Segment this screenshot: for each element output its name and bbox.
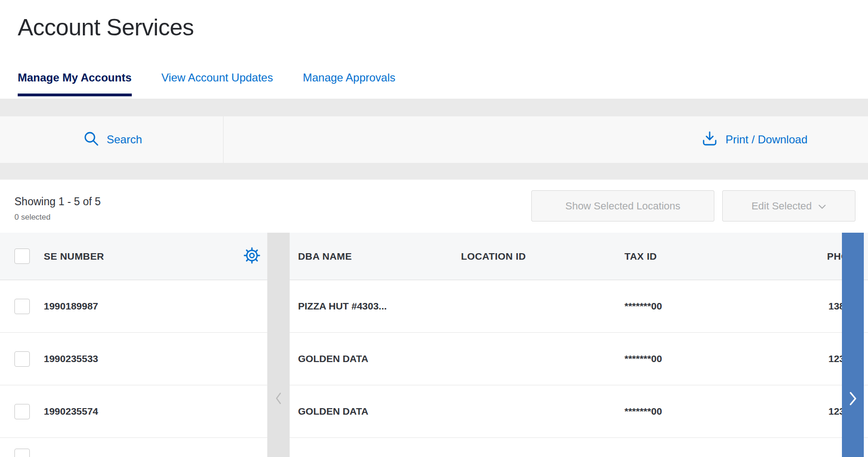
row-checkbox[interactable] [14,299,30,314]
column-header-se-number: SE NUMBER [44,251,104,262]
divider-band-top [0,99,868,116]
cell-se-number: 1990235574 [44,406,98,417]
table-row: GOLDEN DATA *******00 123 [290,333,868,385]
chevron-right-icon [849,391,857,408]
tab-manage-approvals[interactable]: Manage Approvals [303,71,395,96]
row-checkbox[interactable] [14,351,30,367]
column-header-location-id: LOCATION ID [461,251,526,262]
gear-icon [243,246,261,267]
edit-selected-button[interactable]: Edit Selected [722,190,855,222]
select-all-checkbox[interactable] [14,249,30,264]
search-label: Search [107,133,142,146]
tab-bar: Manage My Accounts View Account Updates … [0,58,868,96]
print-download-button[interactable]: Print / Download [701,116,868,163]
cell-tax-id: *******00 [624,406,662,417]
chevron-left-icon [275,392,282,407]
showing-count: Showing 1 - 5 of 5 [14,195,101,208]
action-buttons: Show Selected Locations Edit Selected [531,190,855,222]
column-settings-button[interactable] [243,246,261,267]
column-header-dba-name: DBA NAME [298,251,352,262]
row-checkbox[interactable] [14,404,30,419]
column-header-tax-id: TAX ID [624,251,657,262]
table-header-scroll: DBA NAME LOCATION ID TAX ID PHONE [290,233,868,280]
tab-view-account-updates[interactable]: View Account Updates [162,71,273,96]
search-icon [83,130,100,149]
scroll-right-strip [842,233,864,457]
page-title: Account Services [18,14,868,41]
cell-se-number: 1990235533 [44,353,98,364]
table-row: PIZZA HUT #4303... *******00 138 [290,280,868,333]
cell-tax-id: *******00 [624,353,662,364]
table-row: GOLDEN DATA *******00 123 [290,385,868,438]
table-row-partial [0,449,267,457]
account-services-page: Account Services Manage My Accounts View… [0,0,868,457]
frozen-column: SE NUMBER [0,233,267,457]
frozen-column-header: SE NUMBER [0,233,267,280]
show-selected-locations-label: Show Selected Locations [565,200,680,212]
search-button[interactable]: Search [0,116,224,163]
page-header: Account Services [0,0,868,58]
divider-band-bottom [0,163,868,180]
chevron-down-icon [818,200,826,212]
table-row: 1990189987 [0,280,267,333]
cell-tax-id: *******00 [624,301,662,312]
print-download-label: Print / Download [726,133,807,146]
cell-dba-name: GOLDEN DATA [298,353,368,364]
scroll-right-button[interactable] [849,391,857,408]
selected-count: 0 selected [14,213,101,222]
frozen-column-gutter [267,233,290,457]
cell-se-number: 1990189987 [44,301,98,312]
row-checkbox[interactable] [14,449,30,457]
download-icon [701,130,719,149]
content-area: Showing 1 - 5 of 5 0 selected Show Selec… [0,180,868,457]
cell-dba-name: GOLDEN DATA [298,406,368,417]
scroll-left-button[interactable] [275,392,282,407]
table-row: 1990235574 [0,385,267,438]
results-summary: Showing 1 - 5 of 5 0 selected [14,195,101,222]
cell-dba-name: PIZZA HUT #4303... [298,301,387,312]
tab-manage-my-accounts[interactable]: Manage My Accounts [18,71,132,96]
edit-selected-label: Edit Selected [752,200,812,212]
scrollable-columns: DBA NAME LOCATION ID TAX ID PHONE PIZZA … [290,233,868,457]
toolbar: Search Print / Download [0,116,868,163]
table-row: 1990235533 [0,333,267,385]
show-selected-locations-button[interactable]: Show Selected Locations [531,190,714,222]
accounts-table: SE NUMBER [0,233,868,457]
